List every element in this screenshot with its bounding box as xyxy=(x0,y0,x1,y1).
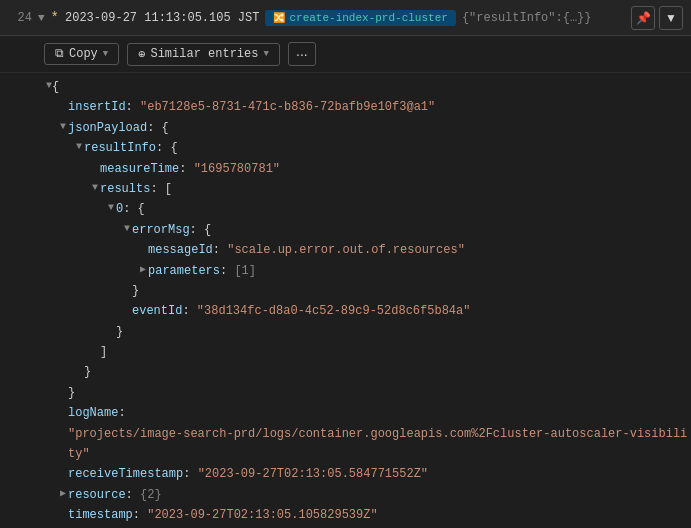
measuretime-key: measureTime xyxy=(100,159,179,179)
resultinfo-key: resultInfo xyxy=(84,138,156,158)
timestamp: 2023-09-27 11:13:05.105 JST xyxy=(65,11,259,25)
results-key: results xyxy=(100,179,150,199)
idx0-toggle[interactable]: ▼ xyxy=(106,199,116,216)
tag-label: create-index-prd-cluster xyxy=(289,12,447,24)
resultinfo-toggle[interactable]: ▼ xyxy=(74,138,84,155)
resource-line: ▶ resource : {2} xyxy=(8,485,691,505)
receivetimestamp-line: receiveTimestamp : "2023-09-27T02:13:05.… xyxy=(8,464,691,484)
timestamp-line: timestamp : "2023-09-27T02:13:05.1058295… xyxy=(8,505,691,525)
top-bar: 24 ▼ * 2023-09-27 11:13:05.105 JST 🔀 cre… xyxy=(0,0,691,36)
eventid-line: eventId : "38d134fc-d8a0-4c52-89c9-52d8c… xyxy=(8,301,691,321)
similar-entries-button[interactable]: ⊕ Similar entries ▼ xyxy=(127,43,280,66)
jsonpayload-line: ▼ jsonPayload : { xyxy=(8,118,691,138)
insertid-val: "eb7128e5-8731-471c-b836-72bafb9e10f3@a1… xyxy=(140,97,435,117)
dot-icon: * xyxy=(51,10,59,26)
eventid-val: "38d134fc-d8a0-4c52-89c9-52d8c6f5b84a" xyxy=(197,301,471,321)
parameters-val: [1] xyxy=(234,261,256,281)
errormsg-key: errorMsg xyxy=(132,220,190,240)
more-button[interactable]: ··· xyxy=(288,42,316,66)
results-toggle[interactable]: ▼ xyxy=(90,179,100,196)
messageid-key: messageId xyxy=(148,240,213,260)
resultinfo-line: ▼ resultInfo : { xyxy=(8,138,691,158)
insertid-line: insertId : "eb7128e5-8731-471c-b836-72ba… xyxy=(8,97,691,117)
errormsg-close: } xyxy=(8,281,691,301)
measuretime-val: "1695780781" xyxy=(194,159,280,179)
root-toggle[interactable]: ▼ xyxy=(44,77,54,94)
tag-icon: 🔀 xyxy=(273,12,285,24)
logname-line: logName : xyxy=(8,403,691,423)
copy-label: Copy xyxy=(69,47,98,61)
timestamp-val: "2023-09-27T02:13:05.105829539Z" xyxy=(147,505,377,525)
jsonpayload-toggle[interactable]: ▼ xyxy=(58,118,68,135)
timestamp-key: timestamp xyxy=(68,505,133,525)
tag-badge: 🔀 create-index-prd-cluster xyxy=(265,10,455,26)
insertid-key: insertId xyxy=(68,97,126,117)
results-close: ] xyxy=(8,342,691,362)
collapse-icon[interactable]: ▼ xyxy=(38,12,45,24)
receivetimestamp-key: receiveTimestamp xyxy=(68,464,183,484)
jsonpayload-key: jsonPayload xyxy=(68,118,147,138)
idx0-key: 0 xyxy=(116,199,123,219)
copy-button[interactable]: ⧉ Copy ▼ xyxy=(44,43,119,65)
messageid-line: messageId : "scale.up.error.out.of.resou… xyxy=(8,240,691,260)
similar-dropdown-arrow: ▼ xyxy=(263,49,268,59)
pin-button[interactable]: 📌 xyxy=(631,6,655,30)
line-number: 24 xyxy=(8,11,32,25)
errormsg-line: ▼ errorMsg : { xyxy=(8,220,691,240)
similar-label: Similar entries xyxy=(150,47,258,61)
measuretime-line: measureTime : "1695780781" xyxy=(8,159,691,179)
idx0-close: } xyxy=(8,322,691,342)
parameters-key: parameters xyxy=(148,261,220,281)
copy-icon: ⧉ xyxy=(55,47,64,61)
receivetimestamp-val: "2023-09-27T02:13:05.584771552Z" xyxy=(198,464,428,484)
logname-key: logName xyxy=(68,403,118,423)
json-content: ▼ { insertId : "eb7128e5-8731-471c-b836-… xyxy=(0,73,691,528)
preview-text: {"resultInfo":{…}} xyxy=(462,11,592,25)
idx0-line: ▼ 0 : { xyxy=(8,199,691,219)
similar-icon: ⊕ xyxy=(138,47,145,62)
errormsg-toggle[interactable]: ▼ xyxy=(122,220,132,237)
expand-button[interactable]: ▼ xyxy=(659,6,683,30)
messageid-val: "scale.up.error.out.of.resources" xyxy=(227,240,465,260)
top-bar-left: 24 ▼ * 2023-09-27 11:13:05.105 JST 🔀 cre… xyxy=(8,10,592,26)
more-icon: ··· xyxy=(296,46,308,62)
resource-val: {2} xyxy=(140,485,162,505)
copy-dropdown-arrow: ▼ xyxy=(103,49,108,59)
logname-val: "projects/image-search-prd/logs/containe… xyxy=(68,424,691,465)
resultinfo-close: } xyxy=(8,362,691,382)
logname-val-line: "projects/image-search-prd/logs/containe… xyxy=(8,424,691,465)
resource-toggle[interactable]: ▶ xyxy=(58,485,68,502)
toolbar: ⧉ Copy ▼ ⊕ Similar entries ▼ ··· xyxy=(0,36,691,73)
root-open: ▼ { xyxy=(8,77,691,97)
resource-key: resource xyxy=(68,485,126,505)
results-line: ▼ results : [ xyxy=(8,179,691,199)
jsonpayload-close: } xyxy=(8,383,691,403)
parameters-toggle[interactable]: ▶ xyxy=(138,261,148,278)
parameters-line: ▶ parameters : [1] xyxy=(8,261,691,281)
eventid-key: eventId xyxy=(132,301,182,321)
top-bar-right: 📌 ▼ xyxy=(631,6,683,30)
